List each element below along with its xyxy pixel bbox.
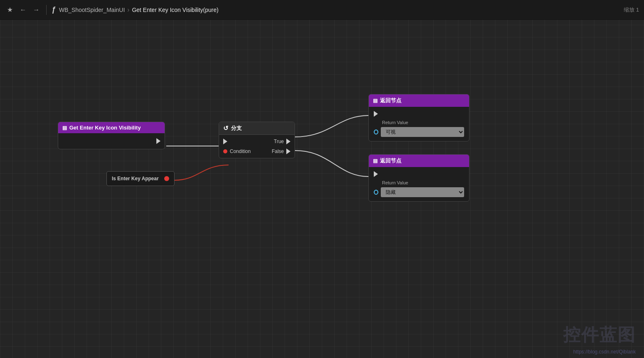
branch-title: 分支 bbox=[231, 125, 242, 132]
return-true-select-row: 可视 隐藏 折叠 bbox=[374, 127, 464, 137]
true-out-pin[interactable] bbox=[286, 139, 290, 144]
return-true-icon: ▤ bbox=[373, 98, 377, 104]
node-return-false[interactable]: ▤ 返回节点 Return Value 可视 隐藏 折叠 bbox=[368, 154, 469, 202]
branch-condition-row: Condition False bbox=[219, 146, 295, 156]
false-label: False bbox=[272, 148, 284, 154]
node-branch-header: ↺ 分支 bbox=[219, 122, 295, 135]
return-true-value-label: Return Value bbox=[382, 120, 464, 125]
true-label: True bbox=[274, 139, 284, 144]
condition-label: Condition bbox=[230, 148, 251, 154]
return-false-select-row: 可视 隐藏 折叠 bbox=[374, 187, 464, 197]
breadcrumb: WB_ShootSpider_MainUI › Get Enter Key Ic… bbox=[59, 6, 219, 14]
node-get-header: ▤ Get Enter Key Icon Visibility bbox=[58, 122, 165, 133]
return-false-value-label: Return Value bbox=[382, 180, 464, 185]
return-false-dropdown[interactable]: 可视 隐藏 折叠 bbox=[381, 187, 464, 197]
node-return-true-header: ▤ 返回节点 bbox=[369, 94, 469, 107]
return-false-visibility-pin[interactable] bbox=[374, 190, 378, 195]
node-return-true-body: Return Value 可视 隐藏 折叠 bbox=[369, 107, 469, 141]
topbar-separator bbox=[46, 5, 47, 15]
node-enter-body: Is Enter Key Appear bbox=[107, 172, 174, 186]
node-get-enter-visibility[interactable]: ▤ Get Enter Key Icon Visibility bbox=[58, 122, 165, 149]
node-return-false-header: ▤ 返回节点 bbox=[369, 155, 469, 167]
return-true-title: 返回节点 bbox=[380, 97, 401, 104]
condition-in-pin[interactable] bbox=[223, 149, 227, 153]
breadcrumb-root[interactable]: WB_ShootSpider_MainUI bbox=[59, 7, 125, 13]
node-branch-body: True Condition False bbox=[219, 135, 295, 158]
return-true-exec-row bbox=[374, 111, 464, 117]
return-true-visibility-pin[interactable] bbox=[374, 130, 378, 134]
bool-out-pin[interactable] bbox=[164, 176, 169, 181]
func-icon: ƒ bbox=[52, 5, 56, 14]
forward-icon[interactable]: → bbox=[31, 5, 41, 15]
node-return-false-body: Return Value 可视 隐藏 折叠 bbox=[369, 167, 469, 201]
star-icon[interactable]: ★ bbox=[5, 5, 15, 15]
topbar: ★ ← → ƒ WB_ShootSpider_MainUI › Get Ente… bbox=[0, 0, 644, 20]
zoom-label: 缩放 1 bbox=[624, 6, 639, 14]
breadcrumb-separator: › bbox=[127, 6, 130, 14]
node-get-title: Get Enter Key Icon Visibility bbox=[69, 125, 141, 131]
branch-exec-row: True bbox=[219, 137, 295, 146]
node-enter-title: Is Enter Key Appear bbox=[112, 176, 159, 181]
return-true-exec-in[interactable] bbox=[374, 111, 378, 117]
exec-in-pin[interactable] bbox=[223, 139, 227, 144]
blueprint-canvas[interactable]: ★ ← → ƒ WB_ShootSpider_MainUI › Get Ente… bbox=[0, 0, 644, 358]
node-branch[interactable]: ↺ 分支 True Condition Fal bbox=[219, 122, 295, 158]
watermark-url: https://blog.csdn.net/Qiblank bbox=[573, 349, 636, 355]
node-is-enter-key[interactable]: Is Enter Key Appear bbox=[106, 171, 175, 186]
return-false-exec-in[interactable] bbox=[374, 171, 378, 177]
branch-icon: ↺ bbox=[223, 125, 229, 132]
node-get-body bbox=[58, 133, 165, 149]
exec-out-pin[interactable] bbox=[156, 138, 160, 144]
return-false-exec-row bbox=[374, 171, 464, 177]
return-false-title: 返回节点 bbox=[380, 157, 401, 165]
watermark-text: 控件蓝图 bbox=[563, 323, 636, 346]
return-true-dropdown[interactable]: 可视 隐藏 折叠 bbox=[381, 127, 464, 137]
node-get-icon: ▤ bbox=[62, 125, 67, 131]
breadcrumb-current: Get Enter Key Icon Visibility(pure) bbox=[132, 7, 219, 13]
node-return-true[interactable]: ▤ 返回节点 Return Value 可视 隐藏 折叠 bbox=[368, 94, 469, 141]
false-out-pin[interactable] bbox=[286, 148, 290, 154]
back-icon[interactable]: ← bbox=[18, 5, 28, 15]
return-false-icon: ▤ bbox=[373, 158, 377, 164]
connections-overlay bbox=[0, 0, 644, 358]
